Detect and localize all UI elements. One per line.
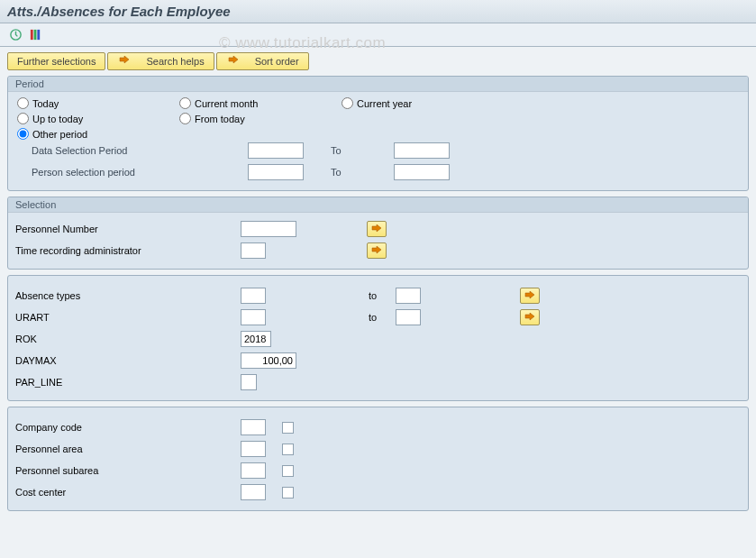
personnel-subarea-checkbox[interactable] bbox=[282, 465, 294, 477]
clock-icon[interactable] bbox=[7, 27, 23, 43]
cost-center-row: Cost center bbox=[15, 481, 741, 503]
period-group: Period Today Current month Current year … bbox=[7, 76, 749, 191]
personnel-number-multi-button[interactable] bbox=[367, 221, 387, 237]
absence-types-label: Absence types bbox=[15, 290, 241, 301]
parameters-group: Absence types to URART to ROK D bbox=[7, 275, 749, 401]
period-group-title: Period bbox=[8, 77, 748, 92]
absence-types-multi-button[interactable] bbox=[520, 288, 540, 304]
cost-center-input[interactable] bbox=[241, 484, 266, 500]
radio-today[interactable]: Today bbox=[17, 97, 179, 109]
person-selection-label: Person selection period bbox=[32, 167, 248, 178]
further-selections-label: Further selections bbox=[17, 56, 96, 67]
arrow-right-icon bbox=[117, 55, 130, 68]
rok-input[interactable] bbox=[241, 331, 271, 347]
personnel-number-row: Personnel Number bbox=[15, 218, 741, 240]
search-helps-button[interactable]: Search helps bbox=[107, 52, 214, 70]
search-helps-label: Search helps bbox=[146, 56, 204, 67]
personnel-number-input[interactable] bbox=[241, 221, 296, 237]
radio-current-year[interactable]: Current year bbox=[342, 97, 504, 109]
svg-rect-2 bbox=[33, 30, 36, 40]
urart-label: URART bbox=[15, 312, 241, 323]
person-selection-row: Person selection period To bbox=[32, 161, 741, 183]
company-code-input[interactable] bbox=[241, 419, 266, 435]
arrow-right-icon bbox=[524, 291, 535, 300]
personnel-subarea-label: Personnel subarea bbox=[15, 465, 241, 476]
svg-rect-3 bbox=[37, 30, 40, 40]
radio-today-label: Today bbox=[32, 98, 59, 109]
radio-other-period[interactable]: Other period bbox=[17, 128, 179, 140]
personnel-subarea-input[interactable] bbox=[241, 462, 266, 479]
period-radio-grid: Today Current month Current year Up to t… bbox=[17, 97, 741, 140]
rok-label: ROK bbox=[15, 334, 241, 344]
company-code-row: Company code bbox=[15, 416, 741, 438]
parline-row: PAR_LINE bbox=[15, 371, 741, 393]
absence-types-to-input[interactable] bbox=[396, 288, 421, 304]
personnel-area-row: Personnel area bbox=[15, 438, 741, 460]
radio-from-today[interactable]: From today bbox=[179, 113, 342, 124]
radio-current-month[interactable]: Current month bbox=[179, 97, 342, 109]
absence-types-from-input[interactable] bbox=[241, 288, 266, 304]
daymax-input[interactable] bbox=[241, 352, 296, 369]
radio-today-input[interactable] bbox=[17, 97, 29, 109]
radio-current-month-input[interactable] bbox=[179, 97, 191, 109]
daymax-row: DAYMAX bbox=[15, 350, 741, 371]
arrow-right-icon bbox=[371, 246, 382, 255]
personnel-subarea-row: Personnel subarea bbox=[15, 460, 741, 481]
sort-order-button[interactable]: Sort order bbox=[216, 52, 309, 70]
action-button-row: Further selections Search helps Sort ord… bbox=[7, 52, 749, 70]
radio-from-today-label: From today bbox=[195, 114, 245, 124]
radio-other-period-label: Other period bbox=[32, 129, 87, 140]
urart-to-label: to bbox=[369, 312, 396, 323]
personnel-area-checkbox[interactable] bbox=[282, 444, 294, 455]
urart-from-input[interactable] bbox=[241, 309, 266, 325]
selection-group: Selection Personnel Number Time recordin… bbox=[7, 197, 749, 270]
parline-input[interactable] bbox=[241, 374, 257, 390]
time-admin-multi-button[interactable] bbox=[367, 242, 387, 259]
person-selection-to-input[interactable] bbox=[394, 164, 450, 180]
radio-current-month-label: Current month bbox=[195, 98, 258, 109]
arrow-right-icon bbox=[524, 313, 535, 322]
radio-up-to-today-label: Up to today bbox=[32, 114, 83, 124]
radio-from-today-input[interactable] bbox=[179, 113, 191, 124]
radio-up-to-today[interactable]: Up to today bbox=[17, 113, 179, 124]
cost-center-label: Cost center bbox=[15, 487, 241, 498]
personnel-area-label: Personnel area bbox=[15, 444, 241, 454]
org-group: Company code Personnel area Personnel su… bbox=[7, 407, 749, 511]
arrow-right-icon bbox=[371, 224, 382, 233]
absence-types-row: Absence types to bbox=[15, 285, 741, 306]
personnel-number-label: Personnel Number bbox=[15, 224, 241, 234]
data-selection-from-input[interactable] bbox=[248, 142, 304, 159]
icon-toolbar bbox=[0, 23, 756, 47]
personnel-area-input[interactable] bbox=[241, 441, 266, 457]
time-admin-row: Time recording administrator bbox=[15, 240, 741, 261]
urart-to-input[interactable] bbox=[396, 309, 421, 325]
absence-types-to-label: to bbox=[369, 290, 396, 301]
company-code-label: Company code bbox=[15, 422, 241, 433]
data-selection-to-input[interactable] bbox=[394, 142, 450, 159]
urart-row: URART to bbox=[15, 306, 741, 328]
data-selection-row: Data Selection Period To bbox=[32, 140, 741, 161]
color-stripe-icon[interactable] bbox=[27, 27, 43, 43]
sort-order-label: Sort order bbox=[255, 56, 299, 67]
cost-center-checkbox[interactable] bbox=[282, 487, 294, 499]
urart-multi-button[interactable] bbox=[520, 309, 540, 325]
parline-label: PAR_LINE bbox=[15, 377, 241, 388]
company-code-checkbox[interactable] bbox=[282, 422, 294, 434]
person-selection-from-input[interactable] bbox=[248, 164, 304, 180]
further-selections-button[interactable]: Further selections bbox=[7, 52, 105, 70]
radio-current-year-label: Current year bbox=[357, 98, 412, 109]
rok-row: ROK bbox=[15, 328, 741, 350]
radio-other-period-input[interactable] bbox=[17, 128, 29, 140]
svg-rect-1 bbox=[30, 30, 32, 40]
person-selection-to-label: To bbox=[331, 167, 394, 178]
time-admin-label: Time recording administrator bbox=[15, 245, 241, 256]
radio-up-to-today-input[interactable] bbox=[17, 113, 29, 124]
radio-current-year-input[interactable] bbox=[342, 97, 353, 109]
time-admin-input[interactable] bbox=[241, 242, 266, 259]
arrow-right-icon bbox=[226, 55, 239, 68]
data-selection-label: Data Selection Period bbox=[32, 145, 248, 156]
daymax-label: DAYMAX bbox=[15, 355, 241, 366]
selection-group-title: Selection bbox=[8, 197, 748, 213]
data-selection-to-label: To bbox=[331, 145, 394, 156]
page-title: Atts./Absences for Each Employee bbox=[0, 0, 756, 23]
